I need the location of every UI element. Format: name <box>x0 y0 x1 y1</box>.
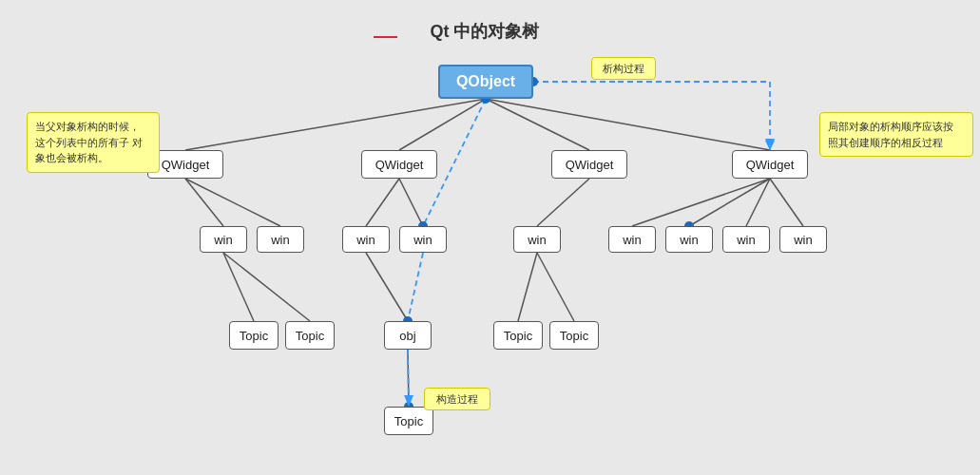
node-topic4: Topic <box>549 321 599 350</box>
order-annotation: 局部对象的析构顺序应该按 照其创建顺序的相反过程 <box>819 112 973 157</box>
construct-annotation: 构造过程 <box>424 388 490 410</box>
svg-line-10 <box>689 179 770 226</box>
svg-line-11 <box>746 179 770 226</box>
node-win5: win <box>513 226 561 253</box>
node-win6: win <box>608 226 656 253</box>
node-topic1: Topic <box>229 321 279 350</box>
node-win7: win <box>665 226 713 253</box>
svg-line-7 <box>399 179 423 226</box>
svg-line-13 <box>223 253 254 321</box>
svg-line-9 <box>632 179 770 226</box>
node-win9: win <box>779 226 827 253</box>
node-qwidget4: QWidget <box>732 150 808 179</box>
svg-line-17 <box>537 253 574 321</box>
svg-line-2 <box>486 99 589 150</box>
title-underline <box>374 36 397 38</box>
node-win4: win <box>399 226 447 253</box>
svg-line-24 <box>408 350 409 407</box>
svg-marker-34 <box>765 141 775 150</box>
svg-line-3 <box>486 99 770 150</box>
svg-line-22 <box>408 253 423 321</box>
node-qwidget3: QWidget <box>551 150 627 179</box>
node-topic5: Topic <box>384 407 433 435</box>
svg-line-16 <box>518 253 537 321</box>
node-qwidget2: QWidget <box>361 150 437 179</box>
parent-annotation: 当父对象析构的时候， 这个列表中的所有子 对象也会被析构。 <box>27 112 160 173</box>
svg-line-1 <box>399 99 486 150</box>
node-topic3: Topic <box>493 321 543 350</box>
svg-line-0 <box>185 99 486 150</box>
node-obj: obj <box>384 321 432 350</box>
svg-line-12 <box>770 179 803 226</box>
node-win2: win <box>257 226 304 253</box>
node-topic2: Topic <box>285 321 335 350</box>
svg-line-4 <box>185 179 223 226</box>
svg-line-5 <box>185 179 280 226</box>
svg-marker-26 <box>404 395 413 407</box>
svg-line-18 <box>408 350 409 407</box>
svg-line-8 <box>537 179 589 226</box>
svg-line-14 <box>223 253 310 321</box>
svg-line-6 <box>366 179 399 226</box>
page-title: Qt 中的对象树 <box>371 17 599 46</box>
destruct-annotation: 析构过程 <box>591 57 656 80</box>
node-win3: win <box>342 226 390 253</box>
svg-line-15 <box>366 253 408 321</box>
node-win1: win <box>200 226 247 253</box>
node-qobject: QObject <box>438 65 533 99</box>
node-win8: win <box>722 226 770 253</box>
svg-marker-31 <box>765 139 775 150</box>
